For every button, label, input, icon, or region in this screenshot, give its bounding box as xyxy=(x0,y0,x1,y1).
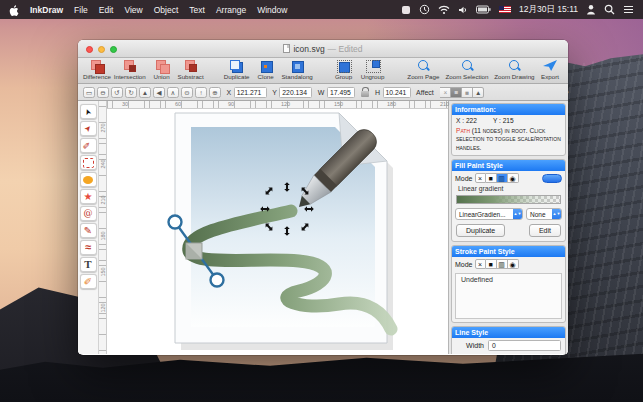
tool-button[interactable] xyxy=(80,223,97,238)
tool-icon xyxy=(81,105,96,118)
app-window: icon.svg — Edited DifferenceIntersection… xyxy=(78,40,568,355)
menu-item[interactable]: Window xyxy=(257,5,287,15)
affect-option[interactable]: × xyxy=(440,87,451,98)
wifi-icon[interactable] xyxy=(438,5,450,15)
tool-button[interactable] xyxy=(80,257,97,272)
menu-item[interactable]: View xyxy=(124,5,142,15)
toolbar-button-label: Substract xyxy=(178,73,204,80)
gradient-none-dropdown[interactable]: None▲▼ xyxy=(526,208,562,220)
fill-mode-option[interactable]: ■ xyxy=(486,173,497,183)
menu-item-app[interactable]: InkDraw xyxy=(30,5,63,15)
menu-item[interactable]: Arrange xyxy=(216,5,246,15)
tool-button[interactable] xyxy=(80,206,97,221)
edit-gradient-button[interactable]: Edit xyxy=(529,224,561,237)
tool-button[interactable] xyxy=(80,138,97,153)
toolbar-button[interactable]: Zoom Selection xyxy=(447,60,487,80)
transform-button[interactable]: ◀ xyxy=(153,87,165,98)
volume-icon[interactable] xyxy=(458,5,468,15)
toolbar-button[interactable]: Ungroup xyxy=(361,60,385,80)
tool-button[interactable] xyxy=(80,274,97,289)
menu-item[interactable]: Text xyxy=(189,5,205,15)
stroke-mode-option[interactable]: × xyxy=(475,259,486,269)
close-button[interactable] xyxy=(86,46,93,53)
canvas-area[interactable]: 306090120150180210 xyxy=(107,101,448,354)
info-path-highlight: Path xyxy=(456,127,470,134)
fill-color-pill-button[interactable] xyxy=(542,174,562,183)
us-flag-icon[interactable] xyxy=(499,6,511,13)
tool-icon xyxy=(81,190,96,203)
window-title-bar[interactable]: icon.svg — Edited xyxy=(78,40,568,58)
toolbar-button-icon xyxy=(460,60,474,72)
duplicate-gradient-button[interactable]: Duplicate xyxy=(456,224,505,237)
h-input[interactable]: 10.241 xyxy=(383,87,411,98)
toolbar-button[interactable]: Substract xyxy=(179,60,203,80)
toolbar-button[interactable]: Difference xyxy=(84,60,110,80)
transform-button[interactable]: ∧ xyxy=(167,87,179,98)
document-proxy-icon[interactable] xyxy=(283,44,290,53)
x-input[interactable]: 121.271 xyxy=(234,87,267,98)
notification-icon[interactable] xyxy=(401,5,411,15)
menu-item[interactable]: File xyxy=(74,5,88,15)
y-input[interactable]: 220.134 xyxy=(279,87,312,98)
lock-aspect-icon[interactable] xyxy=(360,87,369,97)
toolbar-button[interactable]: Zoom Page xyxy=(409,60,439,80)
line-width-input[interactable]: 0 xyxy=(488,340,561,351)
drawing-canvas[interactable] xyxy=(107,109,447,354)
transform-button[interactable]: ⊙ xyxy=(181,87,193,98)
stepper-icon[interactable]: ▲▼ xyxy=(552,209,561,219)
zoom-button[interactable] xyxy=(110,46,117,53)
transform-button[interactable]: ▲ xyxy=(139,87,151,98)
line-style-header[interactable]: Line Style xyxy=(452,327,565,338)
list-icon[interactable] xyxy=(623,5,634,14)
transform-button[interactable]: ⊖ xyxy=(97,87,109,98)
toolbar-button-icon xyxy=(230,60,244,72)
tool-button[interactable] xyxy=(80,240,97,255)
transform-button[interactable]: ↺ xyxy=(111,87,123,98)
transform-button[interactable]: ↑ xyxy=(195,87,207,98)
stroke-mode-option[interactable]: ◉ xyxy=(508,259,519,269)
search-icon[interactable] xyxy=(604,4,615,15)
affect-option[interactable]: ▲ xyxy=(473,87,484,98)
transform-button[interactable]: ↻ xyxy=(125,87,137,98)
transform-button[interactable]: ⊕ xyxy=(209,87,221,98)
fill-mode-option[interactable]: × xyxy=(475,173,486,183)
toolbar-button[interactable]: Export xyxy=(538,60,562,80)
transform-button[interactable]: ▭ xyxy=(83,87,95,98)
stroke-paint-header[interactable]: Stroke Paint Style xyxy=(452,246,565,257)
toolbar-button[interactable]: Group xyxy=(332,60,356,80)
minimize-button[interactable] xyxy=(98,46,105,53)
stepper-icon[interactable]: ▲▼ xyxy=(513,209,522,219)
tool-button[interactable] xyxy=(80,121,97,136)
user-icon[interactable] xyxy=(586,4,596,15)
toolbar-button[interactable]: Duplicate xyxy=(225,60,249,80)
stroke-mode-option[interactable]: ▥ xyxy=(497,259,508,269)
tool-button[interactable] xyxy=(80,189,97,204)
battery-icon[interactable] xyxy=(476,5,491,14)
stroke-value-list[interactable]: Undefined xyxy=(455,273,562,319)
fill-paint-header[interactable]: Fill Paint Style xyxy=(452,160,565,171)
menu-bar-clock[interactable]: 12月30日 15:11 xyxy=(519,4,578,16)
tool-button[interactable] xyxy=(80,155,97,170)
toolbar-button[interactable]: Union xyxy=(150,60,174,80)
fill-mode-option[interactable]: ▥ xyxy=(497,173,508,183)
fill-mode-row: Mode ×■▥◉ xyxy=(452,171,565,185)
fill-mode-option[interactable]: ◉ xyxy=(508,173,519,183)
affect-option[interactable]: ■ xyxy=(462,87,473,98)
toolbar-button[interactable]: Zoom Drawing xyxy=(496,60,533,80)
toolbar-button[interactable]: Standalong xyxy=(283,60,312,80)
line-width-label: Width xyxy=(456,342,484,349)
information-header[interactable]: Information: xyxy=(452,104,565,115)
affect-option[interactable]: ≡ xyxy=(451,87,462,98)
gradient-preview[interactable] xyxy=(456,195,561,204)
clock-icon[interactable] xyxy=(419,4,430,15)
toolbar-button[interactable]: Intersection xyxy=(115,60,145,80)
gradient-name-dropdown[interactable]: LinearGradien...▲▼ xyxy=(455,208,523,220)
menu-item[interactable]: Object xyxy=(154,5,179,15)
stroke-mode-option[interactable]: ■ xyxy=(486,259,497,269)
toolbar-button[interactable]: Clone xyxy=(254,60,278,80)
w-input[interactable]: 17.495 xyxy=(327,87,355,98)
tool-button[interactable] xyxy=(80,104,97,119)
apple-menu-icon[interactable] xyxy=(9,4,19,16)
menu-item[interactable]: Edit xyxy=(99,5,114,15)
tool-button[interactable] xyxy=(80,172,97,187)
